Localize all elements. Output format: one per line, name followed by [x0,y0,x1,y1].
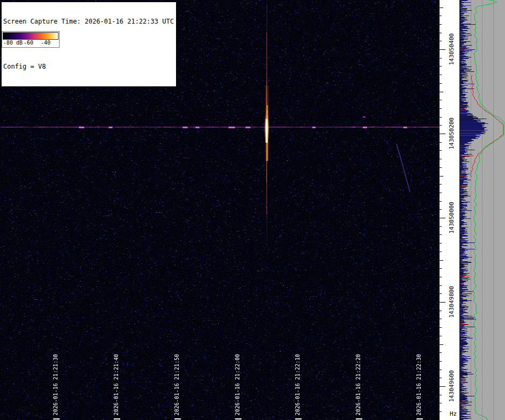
colorbar-label-min: -80 dB [3,40,23,46]
frequency-tick-label: 143049600 [448,370,455,402]
frequency-tick-marks [440,0,448,420]
colorbar-label-max: -40 [41,40,50,46]
capture-time-text: Screen Capture Time: 2026-01-16 21:22:33… [3,18,174,25]
colorbar-label-mid: -60 [24,40,33,46]
spectrum-graph-panel [459,0,505,420]
intensity-colorbar: -80 dB -60 -40 [2,31,60,48]
config-text: Config = V8 [3,63,174,70]
colorbar-gradient [3,32,58,40]
spectrum-waterfall-screen: 2026-01-16 21:21:302026-01-16 21:21:4020… [0,0,505,420]
frequency-unit-label: Hz [450,410,457,417]
frequency-tick-label: 143050000 [448,202,455,234]
frequency-tick-label: 143050400 [448,33,455,65]
colorbar-labels: -80 dB -60 -40 [2,40,59,47]
frequency-tick-label: 143049800 [448,286,455,318]
frequency-axis-ruler: 1430504001430502001430500001430498001430… [440,0,459,420]
frequency-tick-label: 143050200 [448,117,455,150]
